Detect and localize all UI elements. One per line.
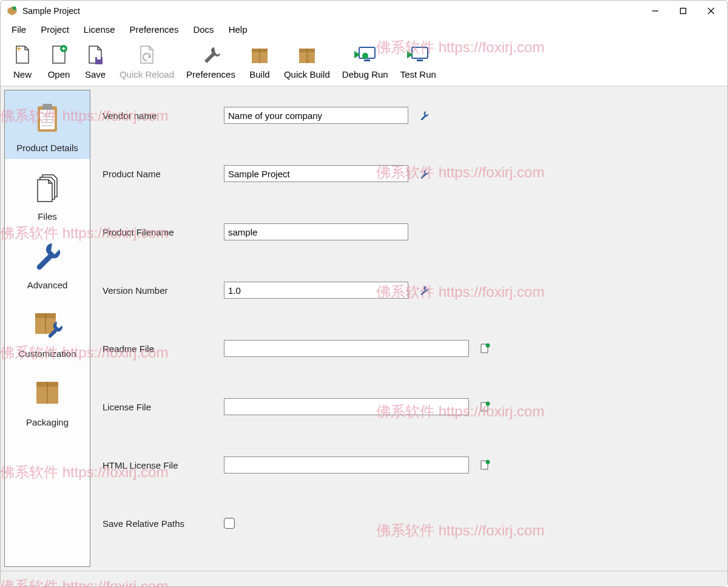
input-version-number[interactable]: [224, 282, 408, 299]
minimize-button[interactable]: [641, 2, 669, 20]
open-file-icon: [47, 42, 71, 67]
sidebar-item-label: Files: [38, 211, 57, 222]
menu-preferences[interactable]: Preferences: [123, 22, 186, 36]
input-vendor-name[interactable]: [224, 107, 408, 124]
toolbar-debug-run-label: Debug Run: [342, 69, 388, 80]
test-run-icon: [406, 42, 430, 67]
toolbar-quick-build[interactable]: Quick Build: [278, 41, 336, 81]
box-wrench-icon: [30, 307, 64, 344]
sidebar-item-label: Customization: [18, 348, 76, 359]
toolbar-debug-run[interactable]: Debug Run: [336, 41, 394, 81]
sidebar-item-advanced[interactable]: Advanced: [5, 228, 90, 296]
input-readme-file[interactable]: [224, 340, 469, 357]
label-readme-file: Readme File: [103, 344, 224, 354]
toolbar-preferences-label: Preferences: [186, 69, 235, 80]
package-icon: [30, 376, 64, 412]
label-license-file: License File: [103, 402, 224, 412]
label-product-name: Product Name: [103, 169, 224, 179]
label-vendor-name: Vendor name: [103, 110, 224, 121]
browse-file-icon[interactable]: [479, 401, 491, 413]
input-product-filename[interactable]: [224, 223, 408, 240]
toolbar-test-run-label: Test Run: [400, 69, 436, 80]
toolbar-save-label: Save: [85, 69, 106, 80]
titlebar: Sample Project: [1, 1, 727, 21]
toolbar-preferences[interactable]: Preferences: [180, 41, 241, 81]
menu-file[interactable]: File: [4, 22, 33, 36]
row-vendor-name: Vendor name: [103, 103, 716, 127]
sidebar-item-label: Product Details: [16, 143, 78, 153]
label-save-relative-paths: Save Relative Paths: [103, 518, 224, 529]
window-title: Sample Project: [22, 6, 641, 16]
sidebar-item-product-details[interactable]: Product Details: [5, 90, 90, 159]
row-readme-file: Readme File: [103, 336, 716, 361]
row-save-relative-paths: Save Relative Paths: [103, 511, 716, 535]
svg-point-36: [486, 402, 490, 406]
new-file-icon: [10, 42, 35, 67]
files-icon: [30, 170, 64, 206]
clipboard-icon: [30, 101, 64, 138]
sidebar-item-customization[interactable]: Customization: [5, 296, 90, 365]
svg-rect-23: [42, 104, 52, 110]
svg-rect-3: [681, 8, 686, 14]
toolbar-build-label: Build: [249, 69, 269, 80]
save-file-icon: [83, 42, 107, 67]
menu-project[interactable]: Project: [33, 22, 76, 36]
toolbar-quick-reload[interactable]: Quick Reload: [113, 41, 180, 81]
menu-docs[interactable]: Docs: [186, 22, 221, 36]
reload-icon: [135, 42, 159, 67]
wrench-icon[interactable]: [418, 109, 430, 121]
wrench-icon[interactable]: [418, 168, 430, 180]
app-window: Sample Project File Project License Pref…: [0, 0, 728, 587]
sidebar-item-files[interactable]: Files: [5, 159, 90, 228]
svg-rect-8: [97, 57, 101, 59]
sidebar-item-label: Advanced: [27, 280, 68, 290]
svg-point-37: [486, 460, 490, 464]
maximize-button[interactable]: [669, 2, 697, 20]
menu-help[interactable]: Help: [221, 22, 255, 36]
row-version-number: Version Number: [103, 278, 716, 302]
window-controls: [641, 2, 725, 20]
sidebar: Product Details Files Advanced Customiza…: [4, 90, 90, 567]
wrench-icon: [30, 239, 64, 275]
wrench-icon[interactable]: [418, 284, 430, 296]
app-icon: [7, 5, 18, 16]
svg-rect-16: [364, 59, 370, 61]
input-license-file[interactable]: [224, 398, 469, 415]
close-button[interactable]: [697, 2, 725, 20]
row-product-filename: Product Filename: [103, 220, 716, 244]
debug-run-icon: [353, 42, 377, 67]
toolbar-test-run[interactable]: Test Run: [394, 41, 442, 81]
box-lightning-icon: [295, 42, 319, 67]
label-product-filename: Product Filename: [103, 227, 224, 237]
svg-rect-19: [412, 47, 428, 58]
toolbar: New Open Save Quick Reload Preferences B…: [1, 39, 727, 86]
svg-point-1: [13, 7, 16, 10]
toolbar-build[interactable]: Build: [241, 41, 278, 81]
browse-file-icon[interactable]: [479, 459, 491, 471]
box-icon: [248, 42, 272, 67]
menubar: File Project License Preferences Docs He…: [1, 21, 727, 39]
toolbar-open[interactable]: Open: [41, 41, 77, 81]
checkbox-save-relative-paths[interactable]: [224, 518, 235, 529]
statusbar: [1, 571, 727, 586]
label-html-license-file: HTML License File: [103, 460, 224, 470]
svg-rect-20: [417, 59, 423, 61]
sidebar-item-packaging[interactable]: Packaging: [5, 365, 90, 433]
browse-file-icon[interactable]: [479, 342, 491, 355]
input-html-license-file[interactable]: [224, 456, 469, 473]
main-content: Product Details Files Advanced Customiza…: [1, 86, 727, 571]
row-product-name: Product Name: [103, 161, 716, 186]
menu-license[interactable]: License: [76, 22, 123, 36]
toolbar-save[interactable]: Save: [77, 41, 113, 81]
toolbar-new[interactable]: New: [4, 41, 41, 81]
toolbar-open-label: Open: [48, 69, 70, 80]
toolbar-quick-reload-label: Quick Reload: [120, 69, 174, 80]
row-license-file: License File: [103, 395, 716, 419]
tools-icon: [198, 42, 223, 67]
svg-point-35: [486, 344, 490, 348]
input-product-name[interactable]: [224, 165, 408, 182]
sidebar-item-label: Packaging: [26, 417, 69, 427]
toolbar-quick-build-label: Quick Build: [284, 69, 330, 80]
row-html-license-file: HTML License File: [103, 453, 716, 477]
form-product-details: Vendor name Product Name Product Filenam…: [92, 86, 727, 571]
